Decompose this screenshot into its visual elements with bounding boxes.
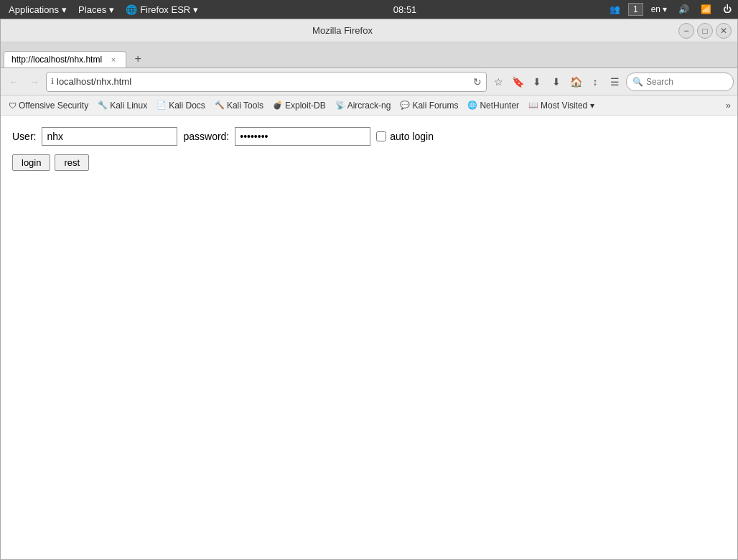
applications-label: Applications xyxy=(9,4,59,15)
firefox-label: Firefox ESR xyxy=(140,4,190,15)
os-taskbar: Applications ▾ Places ▾ 🌐 Firefox ESR ▾ … xyxy=(0,0,738,19)
audio-icon[interactable]: 🔊 xyxy=(675,4,693,15)
tab-close-button[interactable]: × xyxy=(108,55,118,65)
workspace-indicator[interactable]: 1 xyxy=(628,3,643,16)
rest-button[interactable]: rest xyxy=(55,154,89,171)
bookmark-star-button[interactable]: ☆ xyxy=(489,73,508,91)
bookmark-aircrack-ng[interactable]: 📡 Aircrack-ng xyxy=(331,99,396,112)
places-menu[interactable]: Places ▾ xyxy=(73,3,120,17)
bookmark-kali-linux[interactable]: 🔧 Kali Linux xyxy=(93,99,151,112)
applications-arrow: ▾ xyxy=(62,4,67,15)
forward-button[interactable]: → xyxy=(25,73,44,91)
page-content: User: password: auto login login rest xyxy=(1,116,737,559)
password-input[interactable] xyxy=(235,127,370,146)
bookmark-kali-tools[interactable]: 🔨 Kali Tools xyxy=(210,99,268,112)
back-button[interactable]: ← xyxy=(4,73,23,91)
close-button[interactable]: ✕ xyxy=(716,23,732,39)
bookmark-nethunter[interactable]: 🌐 NetHunter xyxy=(463,99,523,112)
firefox-arrow: ▾ xyxy=(193,4,198,15)
new-tab-button[interactable]: + xyxy=(129,50,146,67)
url-input[interactable] xyxy=(57,76,470,87)
search-icon: 🔍 xyxy=(632,77,643,87)
download-button[interactable]: ⬇ xyxy=(547,73,566,91)
window-title: Mozilla Firefox xyxy=(6,25,678,36)
pocket-button[interactable]: ⬇ xyxy=(528,73,546,91)
bookmark-kali-docs[interactable]: 📄 Kali Docs xyxy=(152,99,210,112)
bookmark-exploit-db[interactable]: 💣 Exploit-DB xyxy=(268,99,330,112)
bookmark-list-button[interactable]: 🔖 xyxy=(508,73,527,91)
minimize-button[interactable]: − xyxy=(678,23,694,39)
firefox-icon: 🌐 xyxy=(126,4,137,15)
user-input[interactable] xyxy=(42,127,177,146)
tab-bar: http://localhost/nhx.html × + xyxy=(1,42,737,68)
navigation-bar: ← → ℹ ↻ ☆ 🔖 ⬇ ⬇ 🏠 ↕ ☰ 🔍 xyxy=(1,68,737,95)
bookmarks-bar: 🛡 Offensive Security 🔧 Kali Linux 📄 Kali… xyxy=(1,95,737,116)
tab-title: http://localhost/nhx.html xyxy=(11,55,102,65)
user-label: User: xyxy=(12,131,36,142)
reload-button[interactable]: ↻ xyxy=(473,76,482,88)
network-icon[interactable]: 📶 xyxy=(697,4,715,15)
titlebar: Mozilla Firefox − □ ✕ xyxy=(1,19,737,42)
tab-nhx[interactable]: http://localhost/nhx.html × xyxy=(4,51,126,67)
window-buttons: − □ ✕ xyxy=(678,23,732,39)
places-label: Places xyxy=(78,4,106,15)
firefox-menu[interactable]: 🌐 Firefox ESR ▾ xyxy=(120,3,204,17)
search-bar[interactable]: 🔍 xyxy=(626,73,734,91)
password-label: password: xyxy=(183,131,229,142)
form-buttons: login rest xyxy=(12,154,726,171)
auto-login-label[interactable]: auto login xyxy=(376,131,434,142)
sync-button[interactable]: ↕ xyxy=(586,73,604,91)
info-icon: ℹ xyxy=(51,77,54,86)
bookmarks-overflow-button[interactable]: » xyxy=(723,98,734,112)
power-menu[interactable]: ⏻ xyxy=(719,4,735,15)
applications-menu[interactable]: Applications ▾ xyxy=(3,3,73,17)
bookmark-kali-forums[interactable]: 💬 Kali Forums xyxy=(396,99,462,112)
firefox-window: Mozilla Firefox − □ ✕ http://localhost/n… xyxy=(0,19,738,560)
login-button[interactable]: login xyxy=(12,154,50,171)
language-menu[interactable]: en ▾ xyxy=(648,4,671,15)
auto-login-checkbox[interactable] xyxy=(376,131,386,141)
search-input[interactable] xyxy=(646,77,718,87)
maximize-button[interactable]: □ xyxy=(697,23,713,39)
menu-button[interactable]: ☰ xyxy=(605,73,624,91)
url-bar[interactable]: ℹ ↻ xyxy=(46,72,487,92)
nav-action-icons: ☆ 🔖 ⬇ ⬇ 🏠 ↕ ☰ xyxy=(489,73,624,91)
users-icon[interactable]: 👥 xyxy=(606,4,624,15)
clock: 08:51 xyxy=(393,4,417,15)
user-row: User: password: auto login xyxy=(12,127,726,146)
bookmark-most-visited[interactable]: 📖 Most Visited ▾ xyxy=(524,99,598,112)
bookmark-offensive-security[interactable]: 🛡 Offensive Security xyxy=(4,99,93,112)
places-arrow: ▾ xyxy=(109,4,114,15)
home-button[interactable]: 🏠 xyxy=(566,73,585,91)
